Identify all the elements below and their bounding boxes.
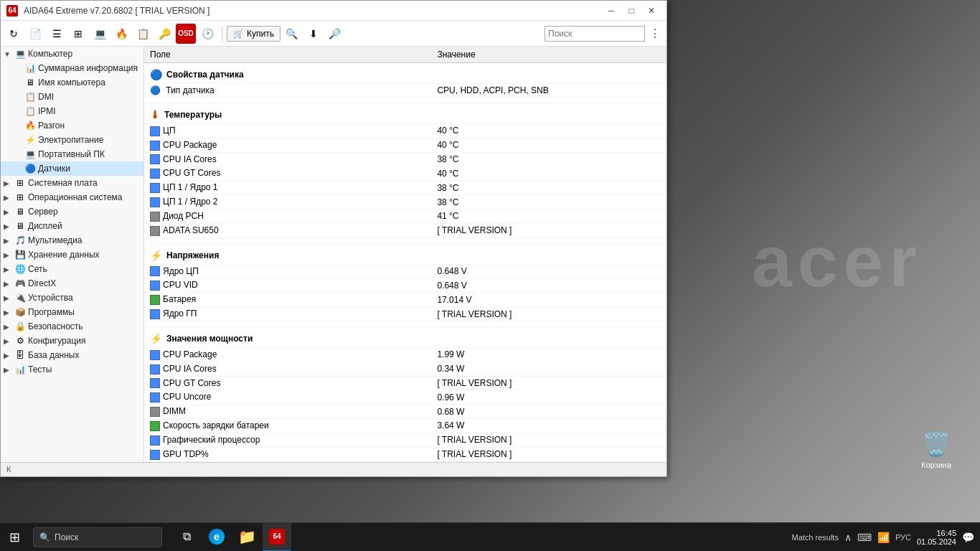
taskbar-clock[interactable]: 16:45 01.05.2024	[917, 529, 956, 546]
overclock-icon: 🔥	[24, 120, 36, 131]
systray-keyboard-icon: ⌨	[857, 532, 872, 543]
taskbar-search-label: Поиск	[55, 532, 78, 542]
window-controls: ─ □ ✕	[602, 4, 661, 18]
taskview-icon: ⧉	[183, 530, 191, 543]
title-bar: 64 AIDA64 Extreme v7.20.6802 [ TRIAL VER…	[1, 1, 666, 21]
section-header-volt: ⚡ Напряжения	[144, 243, 666, 264]
sidebar-label-portable: Портативный ПК	[38, 149, 105, 159]
menu-button[interactable]: ☰	[47, 24, 67, 44]
maximize-button[interactable]: □	[622, 4, 641, 18]
more-options-button[interactable]: ⋮	[646, 25, 664, 42]
bat-charge-icon	[150, 421, 160, 431]
sidebar-item-multimedia[interactable]: ▶ 🎵 Мультимедиа	[1, 233, 143, 248]
cpu-v-icon-2	[150, 281, 160, 291]
sidebar-item-computername[interactable]: 🖥 Имя компьютера	[1, 75, 143, 90]
table-row: Графический процессор [ TRIAL VERSION ]	[144, 433, 666, 447]
bat-icon	[150, 295, 160, 305]
sidebar-item-summary[interactable]: 📊 Суммарная информация	[1, 61, 143, 75]
temp-section-icon: 🌡	[150, 109, 160, 121]
download-button[interactable]: ⬇	[303, 24, 324, 44]
sidebar-item-devices[interactable]: ▶ 🔌 Устройства	[1, 291, 143, 305]
sidebar-label-dmi: DMI	[38, 92, 54, 102]
window-title: AIDA64 Extreme v7.20.6802 [ TRIAL VERSIO…	[24, 6, 596, 16]
cpu-icon-1	[150, 126, 160, 136]
dmi-icon: 📋	[24, 91, 36, 103]
aida64-taskbar-icon: 64	[269, 529, 285, 545]
recycle-bin-desktop-icon[interactable]: 🗑️ Корзина	[921, 430, 951, 469]
table-row: Диод PCH 41 °C	[144, 209, 666, 223]
clipboard-button[interactable]: 📋	[133, 24, 153, 44]
sidebar-item-server[interactable]: ▶ 🖥 Сервер	[1, 204, 143, 219]
sidebar-item-power[interactable]: ⚡ Электропитание	[1, 133, 143, 147]
grid-button[interactable]: ⊞	[68, 24, 88, 44]
table-row: CPU Package 1.99 W	[144, 347, 666, 362]
sidebar-item-tests[interactable]: ▶ 📊 Тесты	[1, 362, 143, 377]
search-icon-btn[interactable]: 🔍	[282, 24, 302, 44]
sidebar-item-storage[interactable]: ▶ 💾 Хранение данных	[1, 248, 143, 262]
sidebar-item-overclock[interactable]: 🔥 Разгон	[1, 118, 143, 133]
fire-button[interactable]: 🔥	[111, 24, 131, 44]
section-label-power: Значения мощности	[166, 334, 253, 344]
explorer-icon: 📁	[238, 528, 256, 545]
storage-icon: 💾	[14, 249, 26, 260]
table-row: CPU IA Cores 38 °C	[144, 152, 666, 166]
sidebar-item-database[interactable]: ▶ 🗄 База данных	[1, 348, 143, 362]
table-row: Скорость зарядки батареи 3.64 W	[144, 419, 666, 433]
start-button[interactable]: ⊞	[0, 523, 29, 552]
computer-button[interactable]: 💻	[90, 24, 110, 44]
taskbar-search-icon: 🔍	[39, 532, 50, 542]
sidebar-item-programs[interactable]: ▶ 📦 Программы	[1, 305, 143, 319]
expand-icon: ▼	[4, 50, 12, 58]
taskbar-app-edge[interactable]: e	[202, 523, 231, 552]
table-row: ADATA SU650 [ TRIAL VERSION ]	[144, 223, 666, 237]
sidebar-item-portable[interactable]: 💻 Портативный ПК	[1, 147, 143, 161]
taskbar-search-box[interactable]: 🔍 Поиск	[33, 527, 162, 547]
language-text: РУС	[895, 533, 911, 542]
sidebar-item-motherboard[interactable]: ▶ ⊞ Системная плата	[1, 176, 143, 190]
cpu-p-icon-1	[150, 350, 160, 360]
sidebar-item-sensors[interactable]: 🔵 Датчики	[1, 161, 143, 176]
sidebar-item-computer[interactable]: ▼ 💻 Компьютер	[1, 47, 143, 61]
taskbar-systray: Match results ∧ ⌨ 📶 РУС 16:45 01.05.2024…	[791, 529, 980, 546]
refresh-button[interactable]: ↻	[4, 24, 24, 44]
close-button[interactable]: ✕	[642, 4, 661, 18]
security-icon: 🔒	[14, 321, 26, 332]
tests-icon: 📊	[14, 364, 26, 375]
find-button[interactable]: 🔎	[325, 24, 345, 44]
ipmi-icon: 📋	[24, 105, 36, 117]
cpu-icon-3	[150, 154, 160, 164]
systray-arrow-icon[interactable]: ∧	[844, 532, 852, 543]
taskbar-app-aida64[interactable]: 64	[263, 523, 291, 552]
gpu-p-icon	[150, 435, 160, 446]
table-row: CPU Package 40 °C	[144, 138, 666, 152]
table-row: CPU GT Cores [ TRIAL VERSION ]	[144, 376, 666, 390]
sidebar-item-security[interactable]: ▶ 🔒 Безопасность	[1, 319, 143, 334]
key-button[interactable]: 🔑	[154, 24, 174, 44]
buy-button[interactable]: 🛒 Купить	[227, 26, 281, 42]
sidebar-item-network[interactable]: ▶ 🌐 Сеть	[1, 262, 143, 276]
sidebar-item-os[interactable]: ▶ ⊞ Операционная система	[1, 190, 143, 204]
sidebar: ▼ 💻 Компьютер 📊 Суммарная информация 🖥 И…	[1, 47, 144, 462]
sidebar-item-dmi[interactable]: 📋 DMI	[1, 90, 143, 104]
minimize-button[interactable]: ─	[602, 4, 621, 18]
match-results-text: Match results	[791, 533, 838, 542]
osd-button[interactable]: OSD	[176, 24, 196, 44]
cpu-icon-2	[150, 141, 160, 151]
cpu-icon-5	[150, 183, 160, 193]
cpu-icon-6	[150, 197, 160, 207]
table-row: CPU Uncore 0.96 W	[144, 390, 666, 405]
sidebar-item-ipmi[interactable]: 📋 IPMI	[1, 104, 143, 118]
clock-button[interactable]: 🕐	[197, 24, 217, 44]
hdd-icon	[150, 226, 160, 236]
report-button[interactable]: 📄	[25, 24, 45, 44]
sidebar-item-display[interactable]: ▶ 🖥 Дисплей	[1, 219, 143, 233]
taskbar-app-explorer[interactable]: 📁	[232, 523, 261, 552]
sidebar-label-config: Конфигурация	[28, 336, 86, 346]
summary-icon: 📊	[24, 62, 36, 74]
motherboard-icon: ⊞	[14, 177, 26, 189]
taskbar-app-taskview[interactable]: ⧉	[172, 523, 201, 552]
sidebar-item-config[interactable]: ▶ ⚙ Конфигурация	[1, 334, 143, 348]
sidebar-item-directx[interactable]: ▶ 🎮 DirectX	[1, 276, 143, 291]
notification-icon[interactable]: 💬	[962, 532, 974, 543]
search-input[interactable]	[545, 26, 645, 42]
